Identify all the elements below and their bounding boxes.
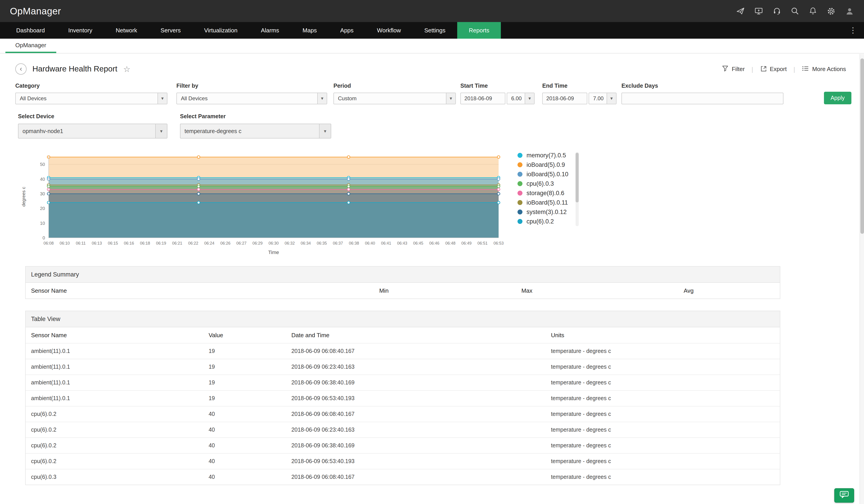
tab-opmanager[interactable]: OpManager <box>5 39 56 53</box>
filter-by-value: All Devices <box>177 95 317 102</box>
report-toolbar: Filter | Export | More Actions <box>722 65 846 73</box>
svg-text:06:30: 06:30 <box>268 241 278 245</box>
category-label: Category <box>15 83 167 89</box>
table-row: cpu(6).0.2402018-06-09 06:53:40.193tempe… <box>26 453 780 469</box>
nav-item-alarms[interactable]: Alarms <box>249 22 291 39</box>
opmanager-logo[interactable]: OpManager <box>10 5 61 16</box>
filter-button[interactable]: Filter <box>722 65 745 73</box>
user-icon[interactable] <box>845 7 854 15</box>
toolbar-separator: | <box>793 65 795 73</box>
period-select[interactable]: Custom ▼ <box>334 93 456 104</box>
svg-text:06:13: 06:13 <box>92 241 102 245</box>
start-date-input[interactable]: 2018-06-09 <box>460 93 505 104</box>
chevron-down-icon: ▼ <box>319 124 331 138</box>
screen-share-icon[interactable] <box>754 7 763 15</box>
funnel-icon <box>722 65 729 73</box>
device-select[interactable]: opmanhv-node1 ▼ <box>18 124 167 138</box>
filter-by-select[interactable]: All Devices ▼ <box>176 93 327 104</box>
device-value: opmanhv-node1 <box>19 128 155 134</box>
legend-scrollbar-thumb[interactable] <box>576 153 579 202</box>
legend-item[interactable]: system(3).0.12 <box>517 209 568 216</box>
table-cell: temperature - degrees c <box>547 375 779 390</box>
legend-item[interactable]: ioBoard(5).0.10 <box>517 171 568 177</box>
nav-item-virtualization[interactable]: Virtualization <box>192 22 249 39</box>
chevron-down-icon: ▼ <box>446 93 455 104</box>
page-scrollbar-thumb[interactable] <box>861 59 864 234</box>
legend-label: ioBoard(5).0.11 <box>527 199 568 206</box>
table-cell: 2018-06-09 06:08:40.167 <box>287 344 547 359</box>
nav-item-apps[interactable]: Apps <box>328 22 365 39</box>
parameter-select[interactable]: temperature-degrees c ▼ <box>180 124 331 138</box>
legend-summary-column: Avg <box>598 283 779 298</box>
start-hour-select[interactable]: 6.00 ▼ <box>507 93 535 104</box>
export-icon <box>760 65 767 73</box>
legend-scrollbar <box>576 152 579 226</box>
end-date-input[interactable]: 2018-06-09 <box>542 93 587 104</box>
table-cell: temperature - degrees c <box>547 344 779 359</box>
nav-item-inventory[interactable]: Inventory <box>57 22 104 39</box>
headset-icon[interactable] <box>773 7 781 15</box>
favorite-star-icon[interactable]: ☆ <box>123 64 130 74</box>
legend-label: storage(8).0.6 <box>527 190 564 196</box>
end-hour-select[interactable]: 7.00 ▼ <box>589 93 616 104</box>
period-label: Period <box>334 83 456 89</box>
search-icon[interactable] <box>791 7 799 15</box>
legend-color-dot <box>517 172 523 177</box>
period-value: Custom <box>334 95 446 102</box>
svg-text:06:37: 06:37 <box>333 241 343 245</box>
table-cell: 2018-06-09 06:38:40.169 <box>287 375 547 390</box>
nav-item-reports[interactable]: Reports <box>457 22 501 39</box>
svg-text:06:48: 06:48 <box>445 241 455 245</box>
legend-item[interactable]: storage(8).0.6 <box>517 190 568 196</box>
svg-text:06:32: 06:32 <box>285 241 295 245</box>
select-parameter-group: Select Parameter temperature-degrees c ▼ <box>180 113 331 138</box>
table-cell: 2018-06-09 06:38:40.169 <box>287 438 547 453</box>
period-group: Period Custom ▼ <box>334 83 456 104</box>
kebab-menu-icon[interactable]: ⋮ <box>842 22 864 39</box>
chart-area: 0102030405006:0806:1006:1106:1306:1506:1… <box>18 149 851 257</box>
legend-color-dot <box>517 190 523 196</box>
legend-item[interactable]: ioBoard(5).0.11 <box>517 199 568 206</box>
filter-by-label: Filter by <box>176 83 327 89</box>
exclude-days-label: Exclude Days <box>622 83 783 89</box>
table-cell: ambient(11).0.1 <box>26 344 204 359</box>
chat-support-button[interactable] <box>834 488 854 503</box>
table-cell: temperature - degrees c <box>547 359 779 374</box>
paper-plane-icon[interactable] <box>736 7 745 15</box>
legend-label: ioBoard(5).0.9 <box>527 161 565 168</box>
nav-item-maps[interactable]: Maps <box>291 22 328 39</box>
table-row: ambient(11).0.1192018-06-09 06:53:40.193… <box>26 390 780 406</box>
nav-item-settings[interactable]: Settings <box>413 22 457 39</box>
selector-row: Select Device opmanhv-node1 ▼ Select Par… <box>18 113 851 138</box>
legend-item[interactable]: memory(7).0.5 <box>517 152 568 159</box>
apply-button[interactable]: Apply <box>824 92 851 104</box>
legend-item[interactable]: ioBoard(5).0.9 <box>517 161 568 168</box>
nav-item-servers[interactable]: Servers <box>149 22 193 39</box>
chevron-down-icon: ▼ <box>525 93 534 104</box>
gear-icon[interactable] <box>827 7 836 15</box>
legend-color-dot <box>517 162 523 167</box>
nav-item-dashboard[interactable]: Dashboard <box>4 22 57 39</box>
bell-icon[interactable] <box>809 7 817 15</box>
category-select[interactable]: All Devices ▼ <box>15 93 167 104</box>
legend-item[interactable]: cpu(6).0.2 <box>517 218 568 225</box>
export-button[interactable]: Export <box>760 65 787 73</box>
table-cell: 19 <box>204 375 287 390</box>
exclude-days-input[interactable] <box>622 93 783 104</box>
nav-item-workflow[interactable]: Workflow <box>365 22 412 39</box>
legend-item[interactable]: cpu(6).0.3 <box>517 180 568 187</box>
table-row: cpu(6).0.3402018-06-09 06:08:40.167tempe… <box>26 469 780 485</box>
legend-summary-title: Legend Summary <box>26 267 780 283</box>
legend-label: ioBoard(5).0.10 <box>527 171 568 177</box>
more-actions-button[interactable]: More Actions <box>802 65 846 73</box>
svg-text:06:53: 06:53 <box>493 241 504 245</box>
table-cell: 2018-06-09 06:23:40.163 <box>287 422 547 438</box>
svg-text:06:16: 06:16 <box>124 241 134 245</box>
svg-text:06:46: 06:46 <box>429 241 440 245</box>
table-cell: 40 <box>204 438 287 453</box>
more-actions-label: More Actions <box>812 66 846 72</box>
table-view-column: Units <box>547 327 779 343</box>
nav-item-network[interactable]: Network <box>104 22 149 39</box>
svg-text:06:22: 06:22 <box>188 241 198 245</box>
back-button[interactable]: ‹ <box>15 63 26 75</box>
